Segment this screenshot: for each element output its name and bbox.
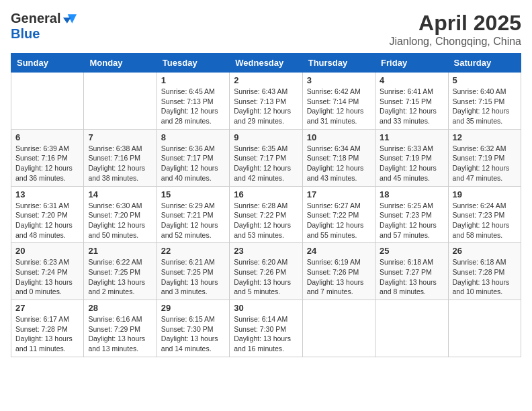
day-number: 14 — [88, 189, 152, 199]
location-title: Jianlong, Chongqing, China — [389, 36, 521, 48]
calendar-cell: 17Sunrise: 6:27 AMSunset: 7:22 PMDayligh… — [302, 186, 375, 243]
calendar-cell — [302, 300, 375, 357]
day-info: Sunrise: 6:21 AMSunset: 7:25 PMDaylight:… — [161, 257, 225, 297]
calendar-cell: 24Sunrise: 6:19 AMSunset: 7:26 PMDayligh… — [302, 243, 375, 300]
calendar-cell: 29Sunrise: 6:15 AMSunset: 7:30 PMDayligh… — [157, 300, 229, 357]
day-number: 7 — [88, 132, 152, 142]
calendar-cell: 19Sunrise: 6:24 AMSunset: 7:23 PMDayligh… — [448, 186, 521, 243]
day-info: Sunrise: 6:19 AMSunset: 7:26 PMDaylight:… — [307, 257, 371, 297]
calendar-table: SundayMondayTuesdayWednesdayThursdayFrid… — [11, 53, 521, 357]
calendar-cell: 25Sunrise: 6:18 AMSunset: 7:27 PMDayligh… — [375, 243, 448, 300]
day-number: 11 — [380, 132, 443, 142]
day-number: 26 — [453, 246, 517, 256]
svg-marker-1 — [63, 17, 71, 23]
calendar-cell: 13Sunrise: 6:31 AMSunset: 7:20 PMDayligh… — [11, 186, 84, 243]
calendar-cell — [375, 300, 448, 357]
day-info: Sunrise: 6:31 AMSunset: 7:20 PMDaylight:… — [15, 201, 79, 240]
calendar-cell: 26Sunrise: 6:18 AMSunset: 7:28 PMDayligh… — [448, 243, 521, 300]
calendar-cell: 18Sunrise: 6:25 AMSunset: 7:23 PMDayligh… — [375, 186, 448, 243]
day-number: 4 — [380, 75, 443, 85]
calendar-week-row: 6Sunrise: 6:39 AMSunset: 7:16 PMDaylight… — [11, 129, 521, 186]
day-number: 19 — [453, 189, 517, 199]
day-number: 3 — [307, 75, 371, 85]
logo-blue-text: Blue — [11, 26, 40, 42]
logo: General Blue — [11, 11, 77, 42]
day-number: 5 — [453, 75, 517, 85]
day-info: Sunrise: 6:30 AMSunset: 7:20 PMDaylight:… — [88, 201, 152, 240]
day-info: Sunrise: 6:38 AMSunset: 7:16 PMDaylight:… — [88, 144, 152, 183]
calendar-cell: 27Sunrise: 6:17 AMSunset: 7:28 PMDayligh… — [11, 300, 84, 357]
day-number: 9 — [234, 132, 298, 142]
day-number: 21 — [88, 246, 152, 256]
calendar-cell: 15Sunrise: 6:29 AMSunset: 7:21 PMDayligh… — [157, 186, 229, 243]
day-number: 10 — [307, 132, 371, 142]
day-number: 22 — [161, 246, 225, 256]
day-info: Sunrise: 6:40 AMSunset: 7:15 PMDaylight:… — [453, 87, 517, 126]
day-info: Sunrise: 6:45 AMSunset: 7:13 PMDaylight:… — [161, 87, 225, 126]
day-info: Sunrise: 6:28 AMSunset: 7:22 PMDaylight:… — [234, 201, 298, 240]
day-number: 18 — [380, 189, 443, 199]
day-info: Sunrise: 6:25 AMSunset: 7:23 PMDaylight:… — [380, 201, 443, 240]
calendar-cell: 12Sunrise: 6:32 AMSunset: 7:19 PMDayligh… — [448, 129, 521, 186]
calendar-cell: 30Sunrise: 6:14 AMSunset: 7:30 PMDayligh… — [230, 300, 302, 357]
calendar-cell: 10Sunrise: 6:34 AMSunset: 7:18 PMDayligh… — [302, 129, 375, 186]
calendar-week-row: 27Sunrise: 6:17 AMSunset: 7:28 PMDayligh… — [11, 300, 521, 357]
calendar-cell: 28Sunrise: 6:16 AMSunset: 7:29 PMDayligh… — [84, 300, 157, 357]
calendar-cell: 14Sunrise: 6:30 AMSunset: 7:20 PMDayligh… — [84, 186, 157, 243]
weekday-header: Saturday — [448, 54, 521, 73]
calendar-cell: 9Sunrise: 6:35 AMSunset: 7:17 PMDaylight… — [230, 129, 302, 186]
calendar-cell: 5Sunrise: 6:40 AMSunset: 7:15 PMDaylight… — [448, 73, 521, 130]
day-info: Sunrise: 6:29 AMSunset: 7:21 PMDaylight:… — [161, 201, 225, 240]
weekday-header: Thursday — [302, 54, 375, 73]
calendar-cell: 22Sunrise: 6:21 AMSunset: 7:25 PMDayligh… — [157, 243, 229, 300]
day-number: 24 — [307, 246, 371, 256]
title-block: April 2025 Jianlong, Chongqing, China — [389, 11, 521, 48]
calendar-cell: 2Sunrise: 6:43 AMSunset: 7:13 PMDaylight… — [230, 73, 302, 130]
day-info: Sunrise: 6:35 AMSunset: 7:17 PMDaylight:… — [234, 144, 298, 183]
day-info: Sunrise: 6:15 AMSunset: 7:30 PMDaylight:… — [161, 314, 225, 354]
day-info: Sunrise: 6:14 AMSunset: 7:30 PMDaylight:… — [234, 314, 298, 354]
day-number: 16 — [234, 189, 298, 199]
weekday-header: Wednesday — [230, 54, 302, 73]
day-info: Sunrise: 6:22 AMSunset: 7:25 PMDaylight:… — [88, 257, 152, 297]
weekday-header: Sunday — [11, 54, 84, 73]
day-info: Sunrise: 6:20 AMSunset: 7:26 PMDaylight:… — [234, 257, 298, 297]
calendar-cell — [448, 300, 521, 357]
day-number: 23 — [234, 246, 298, 256]
calendar-cell: 1Sunrise: 6:45 AMSunset: 7:13 PMDaylight… — [157, 73, 229, 130]
calendar-header-row: SundayMondayTuesdayWednesdayThursdayFrid… — [11, 54, 521, 73]
day-number: 12 — [453, 132, 517, 142]
calendar-week-row: 13Sunrise: 6:31 AMSunset: 7:20 PMDayligh… — [11, 186, 521, 243]
day-info: Sunrise: 6:17 AMSunset: 7:28 PMDaylight:… — [15, 314, 79, 354]
day-number: 6 — [15, 132, 79, 142]
day-number: 20 — [15, 246, 79, 256]
weekday-header: Friday — [375, 54, 448, 73]
page-header: General Blue April 2025 Jianlong, Chongq… — [11, 11, 521, 48]
day-info: Sunrise: 6:36 AMSunset: 7:17 PMDaylight:… — [161, 144, 225, 183]
day-number: 1 — [161, 75, 225, 85]
day-number: 2 — [234, 75, 298, 85]
day-number: 28 — [88, 303, 152, 313]
logo-icon — [63, 12, 77, 26]
day-info: Sunrise: 6:24 AMSunset: 7:23 PMDaylight:… — [453, 201, 517, 240]
month-title: April 2025 — [389, 11, 521, 36]
weekday-header: Monday — [84, 54, 157, 73]
day-info: Sunrise: 6:33 AMSunset: 7:19 PMDaylight:… — [380, 144, 443, 183]
calendar-cell: 16Sunrise: 6:28 AMSunset: 7:22 PMDayligh… — [230, 186, 302, 243]
day-info: Sunrise: 6:32 AMSunset: 7:19 PMDaylight:… — [453, 144, 517, 183]
calendar-cell — [84, 73, 157, 130]
day-info: Sunrise: 6:16 AMSunset: 7:29 PMDaylight:… — [88, 314, 152, 354]
weekday-header: Tuesday — [157, 54, 229, 73]
day-number: 8 — [161, 132, 225, 142]
calendar-week-row: 20Sunrise: 6:23 AMSunset: 7:24 PMDayligh… — [11, 243, 521, 300]
logo-general-text: General — [11, 11, 60, 26]
day-number: 17 — [307, 189, 371, 199]
calendar-cell: 23Sunrise: 6:20 AMSunset: 7:26 PMDayligh… — [230, 243, 302, 300]
calendar-cell — [11, 73, 84, 130]
day-number: 13 — [15, 189, 79, 199]
calendar-cell: 8Sunrise: 6:36 AMSunset: 7:17 PMDaylight… — [157, 129, 229, 186]
day-info: Sunrise: 6:18 AMSunset: 7:27 PMDaylight:… — [380, 257, 443, 297]
calendar-cell: 3Sunrise: 6:42 AMSunset: 7:14 PMDaylight… — [302, 73, 375, 130]
day-info: Sunrise: 6:18 AMSunset: 7:28 PMDaylight:… — [453, 257, 517, 297]
day-info: Sunrise: 6:39 AMSunset: 7:16 PMDaylight:… — [15, 144, 79, 183]
